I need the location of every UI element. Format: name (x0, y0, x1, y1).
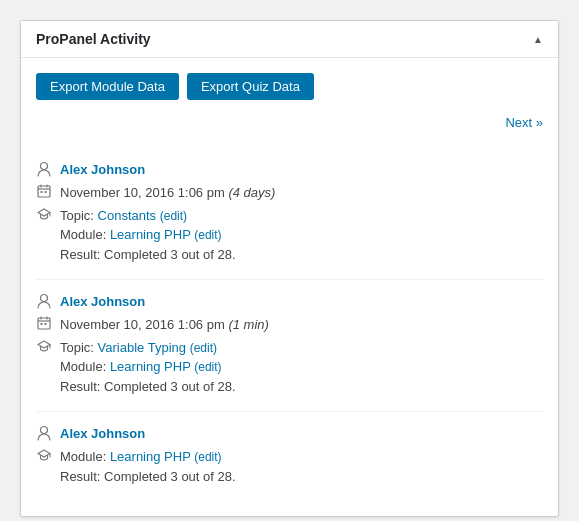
module-edit-link[interactable]: edit (198, 450, 217, 464)
activity-date-line: November 10, 2016 1:06 pm (4 days) (36, 183, 543, 203)
topic-edit-link[interactable]: edit (194, 341, 213, 355)
activity-module-result: Topic: Variable Typing (edit)Module: Lea… (60, 338, 543, 397)
activity-user-line: Alex Johnson (36, 292, 543, 312)
svg-point-12 (41, 427, 48, 434)
activity-list: Alex Johnson November 10, 2016 1:06 pm (… (36, 148, 543, 501)
panel-title: ProPanel Activity (36, 31, 151, 47)
activity-username: Alex Johnson (60, 160, 543, 180)
activity-date-line: November 10, 2016 1:06 pm (1 min) (36, 315, 543, 335)
activity-date: November 10, 2016 1:06 pm (4 days) (60, 183, 543, 203)
svg-point-6 (41, 295, 48, 302)
activity-user-line: Alex Johnson (36, 424, 543, 444)
topic-link[interactable]: Constants (98, 208, 157, 223)
user-link[interactable]: Alex Johnson (60, 162, 145, 177)
activity-username: Alex Johnson (60, 292, 543, 312)
svg-point-0 (41, 163, 48, 170)
activity-details-line: Topic: Constants (edit)Module: Learning … (36, 206, 543, 265)
activity-user-line: Alex Johnson (36, 160, 543, 180)
svg-rect-3 (45, 191, 47, 193)
user-icon (36, 425, 52, 444)
pagination-row: Next » (36, 115, 543, 138)
topic-link[interactable]: Variable Typing (98, 340, 186, 355)
activity-details-line: Topic: Variable Typing (edit)Module: Lea… (36, 338, 543, 397)
svg-rect-7 (38, 318, 50, 329)
export-module-button[interactable]: Export Module Data (36, 73, 179, 100)
propanel-activity-widget: ProPanel Activity ▲ Export Module Data E… (20, 20, 559, 517)
activity-item: Alex Johnson November 10, 2016 1:06 pm (… (36, 148, 543, 280)
button-row: Export Module Data Export Quiz Data (36, 73, 543, 100)
activity-details-line: Module: Learning PHP (edit) Result: Comp… (36, 447, 543, 486)
module-link[interactable]: Learning PHP (110, 449, 191, 464)
module-edit-link[interactable]: edit (198, 228, 217, 242)
activity-item: Alex Johnson November 10, 2016 1:06 pm (… (36, 280, 543, 412)
module-link[interactable]: Learning PHP (110, 359, 191, 374)
module-edit-link[interactable]: edit (198, 360, 217, 374)
panel-body: Export Module Data Export Quiz Data Next… (21, 58, 558, 516)
mortarboard-icon (36, 207, 52, 224)
calendar-icon (36, 184, 52, 201)
svg-rect-8 (41, 323, 43, 325)
svg-marker-4 (38, 209, 50, 216)
mortarboard-icon (36, 339, 52, 356)
user-link[interactable]: Alex Johnson (60, 426, 145, 441)
user-icon (36, 161, 52, 180)
module-link[interactable]: Learning PHP (110, 227, 191, 242)
activity-module-result: Topic: Constants (edit)Module: Learning … (60, 206, 543, 265)
collapse-icon[interactable]: ▲ (533, 34, 543, 45)
svg-marker-13 (38, 450, 50, 457)
calendar-icon (36, 316, 52, 333)
svg-marker-10 (38, 341, 50, 348)
panel-header: ProPanel Activity ▲ (21, 21, 558, 58)
activity-module-result: Module: Learning PHP (edit) Result: Comp… (60, 447, 543, 486)
topic-edit-link[interactable]: edit (164, 209, 183, 223)
user-icon (36, 293, 52, 312)
activity-date: November 10, 2016 1:06 pm (1 min) (60, 315, 543, 335)
svg-rect-2 (41, 191, 43, 193)
next-page-link[interactable]: Next » (505, 115, 543, 130)
export-quiz-button[interactable]: Export Quiz Data (187, 73, 314, 100)
user-link[interactable]: Alex Johnson (60, 294, 145, 309)
activity-username: Alex Johnson (60, 424, 543, 444)
activity-item: Alex Johnson Module: Learning PHP (edit)… (36, 412, 543, 501)
svg-rect-1 (38, 186, 50, 197)
mortarboard-icon (36, 448, 52, 465)
svg-rect-9 (45, 323, 47, 325)
